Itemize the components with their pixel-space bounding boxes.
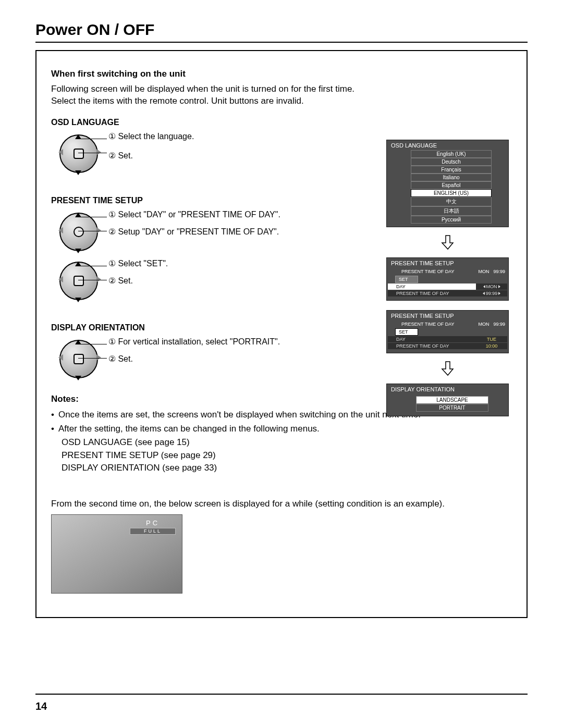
- language-option: English (UK): [411, 150, 492, 158]
- pts-header-label: PRESENT TIME OF DAY: [395, 322, 478, 327]
- pts-step1: ① Select "DAY" or "PRESENT TIME OF DAY".: [108, 209, 280, 219]
- pts-set-button: SET: [395, 276, 418, 283]
- first-switch-line1: Following screen will be displayed when …: [51, 84, 354, 94]
- notes-list: •Once the items are set, the screens won…: [51, 409, 512, 475]
- pts-header-time: 99:99: [493, 269, 505, 274]
- language-option: Deutsch: [411, 158, 492, 166]
- display-orientation-panel: DISPLAY ORIENTATION LANDSCAPE PORTRAIT: [386, 384, 509, 416]
- pts-day-label: DAY: [388, 283, 476, 290]
- orientation-option-selected: LANDSCAPE: [416, 396, 488, 404]
- osd-lang-step2: ② Set.: [108, 151, 194, 161]
- notes-bullet-2: After the setting, the items can be chan…: [58, 423, 320, 436]
- pts-header-day: MON: [478, 322, 489, 327]
- first-switch-line2: Select the items with the remote control…: [51, 96, 304, 106]
- pts-time-label: PRESENT TIME OF DAY: [388, 290, 476, 297]
- osd-language-heading: OSD LANGUAGE: [51, 118, 512, 127]
- arrow-down-icon: [440, 361, 456, 376]
- arrow-down-icon: [440, 235, 456, 250]
- pts-time-value: 10:00: [486, 343, 498, 349]
- language-option: Русский: [411, 216, 492, 224]
- osd-language-list: English (UK) Deutsch Français Italiano E…: [387, 150, 508, 224]
- notes-sub-2: PRESENT TIME SETUP (see page 29): [62, 449, 512, 462]
- language-option: 中文: [411, 197, 492, 206]
- content-frame: When first switching on the unit Followi…: [35, 50, 528, 618]
- notes-sub-3: DISPLAY ORIENTATION (see page 33): [62, 462, 512, 475]
- page-number: 14: [35, 700, 47, 712]
- dial-icon: [55, 257, 100, 302]
- first-switch-heading: When first switching on the unit: [51, 69, 512, 79]
- pts-title: PRESENT TIME SETUP: [387, 259, 508, 268]
- pts-panel-1: PRESENT TIME SETUP PRESENT TIME OF DAY M…: [386, 257, 509, 301]
- startup-screen-preview: PC FULL: [51, 514, 182, 594]
- notes-sub-1: OSD LANGUAGE (see page 15): [62, 436, 512, 449]
- pts-time-value: 99:99: [486, 291, 498, 296]
- first-switch-text: Following screen will be displayed when …: [51, 83, 512, 107]
- notes-bullet-1: Once the items are set, the screens won'…: [58, 409, 421, 422]
- pts-panel-2: PRESENT TIME SETUP PRESENT TIME OF DAY M…: [386, 310, 509, 353]
- pts-step3: ① Select "SET".: [108, 258, 168, 268]
- language-option: Español: [411, 181, 492, 189]
- pts-step2: ② Setup "DAY" or "PRESENT TIME OF DAY".: [108, 227, 280, 237]
- language-option: Italiano: [411, 174, 492, 181]
- pts-time-label: PRESENT TIME OF DAY: [388, 343, 476, 349]
- language-option: 日本語: [411, 206, 492, 216]
- osd-preview-column: OSD LANGUAGE English (UK) Deutsch França…: [386, 140, 509, 416]
- pts-header-day: MON: [478, 269, 489, 274]
- second-time-para: From the second time on, the below scree…: [51, 499, 512, 509]
- dial-icon: [55, 130, 100, 175]
- osd-language-title: OSD LANGUAGE: [387, 141, 508, 150]
- osd-lang-step1: ① Select the language.: [108, 131, 194, 141]
- disp-ori-step2: ② Set.: [108, 354, 280, 364]
- page-title: Power ON / OFF: [35, 21, 528, 43]
- pts-step4: ② Set.: [108, 276, 168, 286]
- pts-header-label: PRESENT TIME OF DAY: [395, 269, 478, 274]
- orientation-title: DISPLAY ORIENTATION: [387, 385, 508, 394]
- orientation-option: PORTRAIT: [416, 404, 488, 412]
- startup-full-label: FULL: [130, 528, 176, 535]
- language-option-selected: ENGLISH (US): [411, 189, 492, 197]
- dial-icon: [55, 208, 100, 253]
- startup-pc-label: PC: [130, 519, 176, 528]
- disp-ori-step1: ① For vertical installation, select "POR…: [108, 337, 280, 347]
- pts-day-value: MON: [486, 284, 497, 289]
- dial-icon: [55, 336, 100, 380]
- pts-header-time: 99:99: [493, 322, 505, 327]
- pts-day-value: TUE: [487, 337, 496, 342]
- language-option: Français: [411, 166, 492, 174]
- pts-title: PRESENT TIME SETUP: [387, 312, 508, 320]
- pts-set-button-selected: SET: [395, 328, 418, 336]
- pts-day-label: DAY: [388, 336, 476, 342]
- osd-language-panel: OSD LANGUAGE English (UK) Deutsch França…: [386, 140, 509, 227]
